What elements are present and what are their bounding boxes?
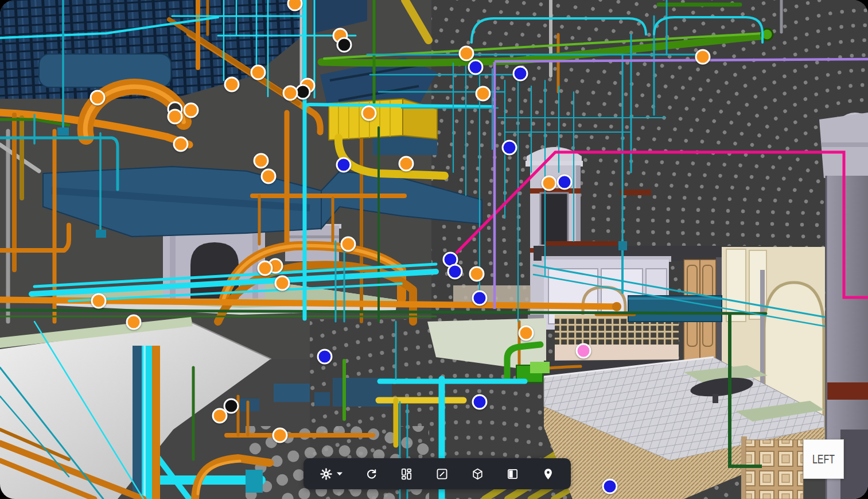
model-viewer-window: LEFT	[0, 0, 868, 499]
issue-marker-blue[interactable]	[447, 264, 463, 280]
markup-icon	[435, 467, 449, 481]
issue-marker-orange[interactable]	[283, 86, 298, 101]
model-viewport-scene	[0, 0, 868, 499]
split-view-button[interactable]	[504, 465, 521, 483]
model-3d-button[interactable]	[469, 465, 486, 483]
issue-marker-orange[interactable]	[476, 86, 491, 102]
issue-marker-orange[interactable]	[341, 237, 356, 252]
issue-marker-blue[interactable]	[472, 291, 488, 306]
location-pin-icon	[542, 467, 555, 481]
layout-button[interactable]	[398, 465, 415, 483]
refresh-button[interactable]	[363, 465, 380, 483]
issue-marker-orange[interactable]	[224, 77, 240, 92]
location-pin-button[interactable]	[539, 465, 557, 483]
refresh-icon	[365, 467, 378, 481]
issue-marker-black[interactable]	[337, 37, 352, 53]
trellis-railing	[555, 318, 679, 346]
issue-marker-orange[interactable]	[168, 109, 183, 125]
issue-marker-pink[interactable]	[576, 343, 591, 359]
issue-marker-orange[interactable]	[399, 156, 414, 172]
issue-marker-blue[interactable]	[468, 60, 484, 75]
coffered-panel	[746, 440, 803, 499]
issue-marker-orange[interactable]	[361, 106, 377, 121]
issue-marker-orange[interactable]	[212, 408, 228, 424]
issue-marker-orange[interactable]	[519, 326, 534, 341]
issue-marker-orange[interactable]	[695, 49, 711, 65]
markup-button[interactable]	[433, 465, 451, 483]
issue-marker-orange[interactable]	[91, 293, 107, 309]
viewer-toolbar	[303, 458, 571, 489]
issue-marker-blue[interactable]	[502, 140, 517, 156]
issue-marker-orange[interactable]	[126, 315, 142, 330]
issue-marker-orange[interactable]	[184, 103, 199, 118]
model-3d-icon	[471, 467, 484, 481]
issue-marker-orange[interactable]	[459, 46, 474, 61]
issue-marker-blue[interactable]	[602, 479, 618, 494]
viewcube-left-face[interactable]: LEFT	[803, 439, 844, 479]
issue-marker-orange[interactable]	[275, 276, 290, 291]
issue-marker-orange[interactable]	[273, 428, 288, 443]
issue-marker-blue[interactable]	[472, 394, 488, 410]
issue-marker-blue[interactable]	[336, 157, 352, 173]
settings-icon	[320, 467, 333, 481]
issue-marker-orange[interactable]	[90, 90, 106, 106]
settings-button[interactable]	[317, 465, 345, 483]
layout-icon	[400, 467, 413, 481]
issue-marker-orange[interactable]	[173, 137, 189, 152]
issue-marker-orange[interactable]	[261, 169, 277, 184]
split-view-icon	[506, 467, 519, 481]
issue-marker-blue[interactable]	[317, 349, 333, 365]
viewcube-label: LEFT	[812, 452, 835, 466]
issue-marker-orange[interactable]	[254, 153, 269, 169]
issue-marker-orange[interactable]	[469, 266, 485, 282]
issue-marker-blue[interactable]	[557, 175, 573, 190]
issue-marker-blue[interactable]	[513, 66, 528, 82]
issue-marker-orange[interactable]	[258, 261, 273, 276]
chevron-down-icon	[337, 472, 342, 476]
issue-marker-orange[interactable]	[542, 176, 557, 191]
issue-marker-orange[interactable]	[251, 65, 266, 80]
